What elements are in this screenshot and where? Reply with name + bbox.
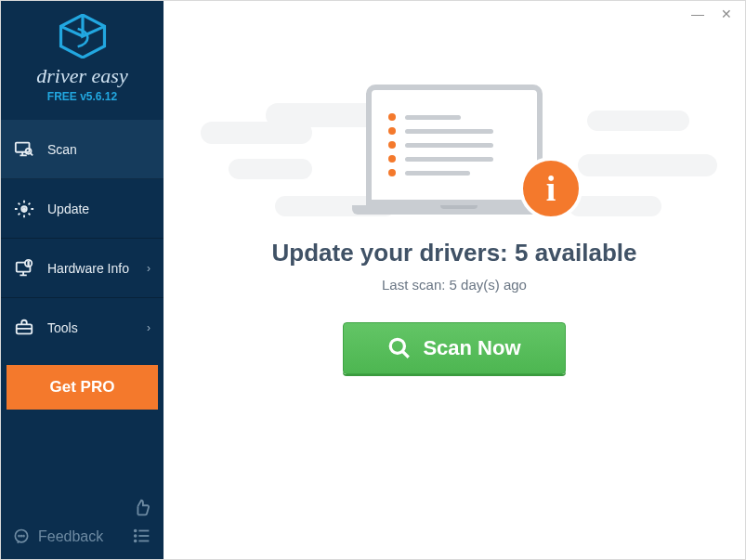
feedback-label: Feedback [38, 528, 103, 545]
scan-now-label: Scan Now [423, 336, 520, 360]
hero-illustration: i [334, 85, 575, 215]
nav-scan[interactable]: Scan [1, 120, 164, 179]
svg-point-15 [391, 339, 405, 353]
nav: Scan Update i Hardware Info › Tools › [1, 120, 164, 358]
get-pro-label: Get PRO [50, 378, 115, 397]
sidebar: driver easy FREE v5.6.12 Scan Update i H… [1, 1, 164, 559]
list-menu-icon[interactable] [132, 526, 152, 546]
close-button[interactable]: ✕ [721, 7, 732, 29]
svg-point-10 [21, 536, 22, 537]
window-controls: — ✕ [691, 1, 745, 29]
chat-icon [12, 527, 31, 546]
minimize-button[interactable]: — [691, 7, 704, 29]
sidebar-bottom: Feedback [1, 488, 164, 559]
svg-point-14 [135, 540, 137, 542]
feedback-button[interactable]: Feedback [12, 527, 103, 546]
hardware-info-icon: i [14, 258, 34, 279]
app-logo-icon [57, 14, 109, 59]
nav-tools[interactable]: Tools › [1, 298, 164, 358]
version-label: FREE v5.6.12 [1, 90, 164, 103]
nav-update[interactable]: Update [1, 179, 164, 239]
svg-point-13 [135, 535, 137, 537]
thumbs-up-icon[interactable] [132, 498, 152, 518]
main-panel: i Update your drivers: 5 available Last … [164, 1, 745, 559]
laptop-illustration: i [352, 85, 556, 215]
gear-update-icon [14, 199, 34, 219]
chevron-right-icon: › [147, 262, 151, 275]
brand-name: driver easy [1, 64, 164, 88]
info-badge-icon: i [519, 157, 582, 220]
toolbox-icon [14, 318, 34, 338]
logo-block: driver easy FREE v5.6.12 [1, 1, 164, 111]
svg-rect-1 [16, 143, 30, 152]
svg-point-12 [135, 530, 137, 532]
svg-point-11 [23, 536, 24, 537]
svg-text:i: i [28, 261, 29, 267]
search-icon [387, 336, 412, 360]
nav-tools-label: Tools [47, 320, 78, 335]
nav-scan-label: Scan [47, 142, 77, 157]
nav-hardware[interactable]: i Hardware Info › [1, 239, 164, 298]
svg-point-9 [19, 536, 20, 537]
last-scan-label: Last scan: 5 day(s) ago [164, 277, 745, 293]
nav-hardware-label: Hardware Info [47, 261, 129, 276]
get-pro-button[interactable]: Get PRO [7, 365, 158, 410]
nav-update-label: Update [47, 202, 89, 216]
monitor-search-icon [14, 139, 34, 160]
scan-now-button[interactable]: Scan Now [343, 322, 566, 374]
chevron-right-icon: › [147, 321, 151, 334]
